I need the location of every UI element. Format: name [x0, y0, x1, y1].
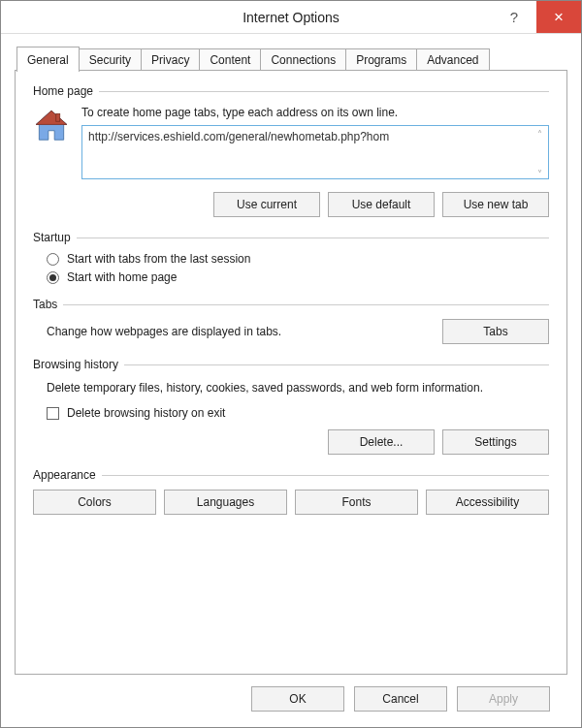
scroll-down-icon[interactable]: ˅: [533, 167, 546, 180]
radio-icon: [47, 271, 59, 284]
dialog-buttons: OK Cancel Apply: [15, 675, 567, 727]
homepage-url-input[interactable]: [81, 125, 549, 179]
close-button[interactable]: ×: [536, 1, 581, 33]
colors-button[interactable]: Colors: [33, 490, 156, 515]
radio-home-page-label: Start with home page: [67, 270, 177, 284]
startup-label: Startup: [33, 231, 71, 244]
appearance-label: Appearance: [33, 468, 96, 482]
radio-last-session-label: Start with tabs from the last session: [67, 252, 250, 266]
delete-button[interactable]: Delete...: [328, 429, 435, 455]
window-title: Internet Options: [90, 10, 492, 25]
tab-privacy[interactable]: Privacy: [141, 48, 200, 71]
home-icon: [33, 108, 70, 144]
homepage-instruction: To create home page tabs, type each addr…: [81, 106, 549, 119]
titlebar: Internet Options ? ×: [1, 1, 581, 34]
svg-marker-1: [36, 111, 67, 124]
radio-icon: [47, 253, 59, 266]
ok-button[interactable]: OK: [251, 686, 344, 712]
history-label: Browsing history: [33, 358, 118, 371]
tab-connections[interactable]: Connections: [260, 48, 346, 71]
use-new-tab-button[interactable]: Use new tab: [442, 192, 549, 217]
scroll-up-icon[interactable]: ˄: [533, 127, 546, 141]
tabs-button[interactable]: Tabs: [442, 319, 549, 344]
delete-on-exit-label: Delete browsing history on exit: [67, 406, 225, 420]
radio-last-session[interactable]: Start with tabs from the last session: [47, 252, 549, 266]
internet-options-window: Internet Options ? × General Security Pr…: [0, 0, 582, 728]
apply-button[interactable]: Apply: [457, 686, 550, 712]
tab-strip: General Security Privacy Content Connect…: [15, 46, 567, 71]
accessibility-button[interactable]: Accessibility: [426, 490, 549, 515]
tab-content[interactable]: Content: [199, 48, 261, 71]
cancel-button[interactable]: Cancel: [354, 686, 447, 712]
checkbox-icon: [47, 407, 59, 420]
tabs-section-label: Tabs: [33, 298, 57, 311]
help-button[interactable]: ?: [492, 1, 536, 33]
languages-button[interactable]: Languages: [164, 490, 287, 515]
fonts-button[interactable]: Fonts: [295, 490, 418, 515]
use-default-button[interactable]: Use default: [328, 192, 435, 217]
use-current-button[interactable]: Use current: [213, 192, 320, 217]
settings-button[interactable]: Settings: [442, 429, 549, 455]
tab-general[interactable]: General: [16, 47, 80, 72]
tab-programs[interactable]: Programs: [345, 48, 417, 71]
tab-panel-general: Home page To create home page tabs, type…: [15, 70, 567, 675]
history-text: Delete temporary files, history, cookies…: [47, 379, 549, 396]
tabs-section-text: Change how webpages are displayed in tab…: [47, 325, 427, 338]
tab-advanced[interactable]: Advanced: [416, 48, 489, 71]
tab-security[interactable]: Security: [79, 48, 142, 71]
delete-on-exit-checkbox[interactable]: Delete browsing history on exit: [47, 406, 549, 420]
radio-home-page[interactable]: Start with home page: [47, 270, 549, 284]
homepage-label: Home page: [33, 84, 93, 98]
svg-rect-2: [56, 113, 60, 121]
